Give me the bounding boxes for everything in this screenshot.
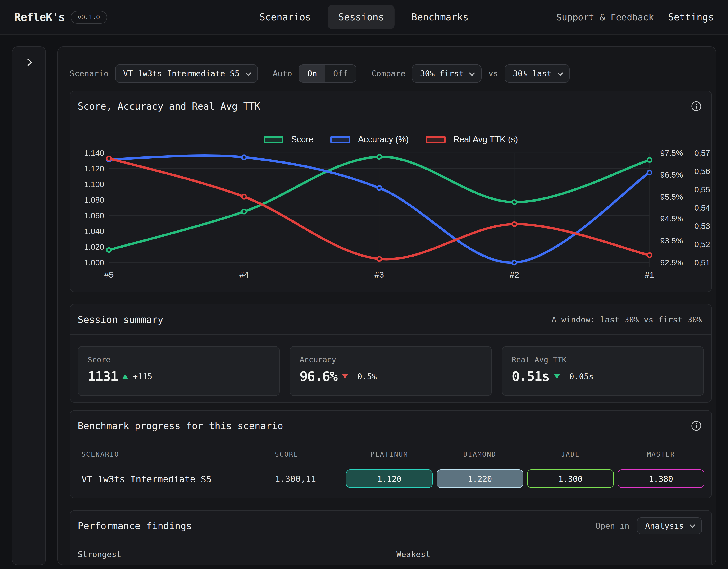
summary-title: Session summary — [78, 314, 163, 325]
auto-off-option[interactable]: Off — [325, 65, 356, 82]
legend-swatch — [426, 136, 446, 143]
chart-legend: ScoreAccuracy (%)Real Avg TTK (s) — [70, 135, 711, 145]
legend-label: Real Avg TTK (s) — [453, 135, 518, 145]
stat-value: 0.51s — [512, 369, 549, 384]
performance-findings-card: Performance findings Open in Analysis St… — [70, 510, 712, 565]
auto-toggle: On Off — [299, 64, 356, 82]
stat-value: 1131 — [88, 369, 118, 384]
column-header-jade: JADE — [527, 451, 614, 458]
column-header-master: MASTER — [618, 451, 704, 458]
svg-text:0,52: 0,52 — [694, 240, 710, 249]
tier-badge-master[interactable]: 1.380 — [618, 469, 704, 488]
chevron-down-icon — [245, 70, 251, 76]
svg-text:1.000: 1.000 — [84, 258, 104, 267]
tier-badge-platinum[interactable]: 1.120 — [346, 469, 433, 488]
open-in-value: Analysis — [645, 521, 684, 530]
svg-text:97.5%: 97.5% — [660, 148, 683, 157]
svg-text:0,56: 0,56 — [694, 167, 710, 176]
tier-badge-jade[interactable]: 1.300 — [527, 469, 614, 488]
top-navigation-bar: RefleK's v0.1.0 Scenarios Sessions Bench… — [0, 0, 728, 35]
svg-text:1.060: 1.060 — [84, 211, 104, 220]
legend-item[interactable]: Score — [264, 135, 314, 145]
compare-last-select[interactable]: 30% last — [505, 64, 570, 82]
benchmark-scenario-name: VT 1w3ts Intermediate S5 — [82, 474, 271, 484]
svg-text:1.120: 1.120 — [84, 164, 104, 173]
session-summary-card: Session summary Δ window: last 30% vs fi… — [70, 304, 712, 403]
stat-card-score: Score 1131 +115 — [78, 346, 280, 396]
compare-label: Compare — [371, 69, 405, 78]
svg-text:#1: #1 — [645, 270, 654, 279]
chart-title: Score, Accuracy and Real Avg TTK — [78, 100, 260, 112]
legend-label: Score — [291, 135, 314, 145]
scenario-select[interactable]: VT 1w3ts Intermediate S5 — [115, 64, 258, 82]
open-in-select[interactable]: Analysis — [637, 517, 702, 534]
support-feedback-link[interactable]: Support & Feedback — [556, 12, 654, 22]
benchmark-progress-card: Benchmark progress for this scenario SCE… — [70, 410, 712, 498]
session-controls: Scenario VT 1w3ts Intermediate S5 Auto O… — [70, 64, 712, 82]
svg-text:0,53: 0,53 — [694, 221, 710, 230]
info-icon[interactable] — [691, 420, 702, 431]
line-chart: 1.1401.1201.1001.0801.0601.0401.0201.000… — [70, 121, 711, 292]
benchmark-table: SCENARIO SCORE PLATINUM DIAMOND JADE MAS… — [70, 441, 711, 488]
findings-title: Performance findings — [78, 520, 192, 531]
main-panel: Scenario VT 1w3ts Intermediate S5 Auto O… — [57, 46, 716, 565]
svg-text:1.020: 1.020 — [84, 242, 104, 251]
compare-last-value: 30% last — [513, 69, 552, 78]
open-in-label: Open in — [596, 521, 629, 530]
chevron-down-icon — [689, 522, 695, 528]
stat-delta: +115 — [133, 372, 152, 381]
svg-text:#5: #5 — [104, 270, 114, 279]
svg-text:1.100: 1.100 — [84, 180, 104, 189]
scenario-select-value: VT 1w3ts Intermediate S5 — [123, 69, 240, 78]
svg-text:0,55: 0,55 — [694, 185, 710, 194]
sidebar-expand-button[interactable] — [12, 47, 45, 78]
legend-swatch — [331, 136, 350, 143]
legend-item[interactable]: Real Avg TTK (s) — [426, 135, 518, 145]
benchmark-title: Benchmark progress for this scenario — [78, 420, 283, 431]
legend-label: Accuracy (%) — [358, 135, 409, 145]
strongest-label: Strongest — [78, 550, 385, 559]
svg-text:95.5%: 95.5% — [660, 192, 683, 201]
stat-delta: -0.5% — [352, 372, 377, 381]
nav-item-scenarios[interactable]: Scenarios — [249, 5, 321, 29]
stat-card-real-avg-ttk: Real Avg TTK 0.51s -0.05s — [502, 346, 704, 396]
info-icon[interactable] — [691, 100, 702, 112]
main-nav: Scenarios Sessions Benchmarks — [249, 5, 479, 29]
stat-delta: -0.05s — [564, 372, 594, 381]
legend-item[interactable]: Accuracy (%) — [331, 135, 409, 145]
screen: RefleK's v0.1.0 Scenarios Sessions Bench… — [0, 0, 728, 569]
scenario-label: Scenario — [70, 69, 109, 78]
column-header-scenario: SCENARIO — [82, 451, 271, 458]
table-row: VT 1w3ts Intermediate S5 1.300,11 1.120 … — [82, 469, 700, 488]
chevron-right-icon — [24, 59, 32, 66]
trend-arrow-icon — [554, 374, 560, 379]
svg-text:0,54: 0,54 — [694, 203, 710, 212]
legend-swatch — [264, 136, 284, 143]
stat-label: Real Avg TTK — [512, 355, 694, 364]
chevron-down-icon — [469, 70, 475, 76]
svg-text:92.5%: 92.5% — [660, 258, 683, 267]
chart-card: Score, Accuracy and Real Avg TTK 1.1401.… — [70, 91, 712, 292]
nav-item-sessions[interactable]: Sessions — [328, 5, 395, 29]
benchmark-score-value: 1.300,11 — [275, 474, 342, 484]
compare-first-value: 30% first — [420, 69, 464, 78]
svg-text:1.140: 1.140 — [84, 148, 104, 157]
column-header-diamond: DIAMOND — [437, 451, 523, 458]
svg-text:1.040: 1.040 — [84, 227, 104, 236]
version-badge: v0.1.0 — [71, 11, 107, 23]
svg-text:94.5%: 94.5% — [660, 214, 683, 223]
compare-first-select[interactable]: 30% first — [412, 64, 482, 82]
svg-text:0,57: 0,57 — [694, 148, 710, 157]
tier-badge-diamond[interactable]: 1.220 — [437, 469, 523, 488]
vs-label: vs — [488, 69, 498, 78]
svg-text:96.5%: 96.5% — [660, 170, 683, 179]
trend-arrow-icon — [123, 374, 128, 379]
auto-label: Auto — [273, 69, 292, 78]
stat-label: Score — [88, 355, 270, 364]
settings-link[interactable]: Settings — [668, 11, 714, 23]
app-logo: RefleK's — [14, 11, 65, 23]
auto-on-option[interactable]: On — [299, 65, 325, 82]
weakest-label: Weakest — [396, 550, 704, 559]
chevron-down-icon — [557, 70, 563, 76]
nav-item-benchmarks[interactable]: Benchmarks — [401, 5, 479, 29]
